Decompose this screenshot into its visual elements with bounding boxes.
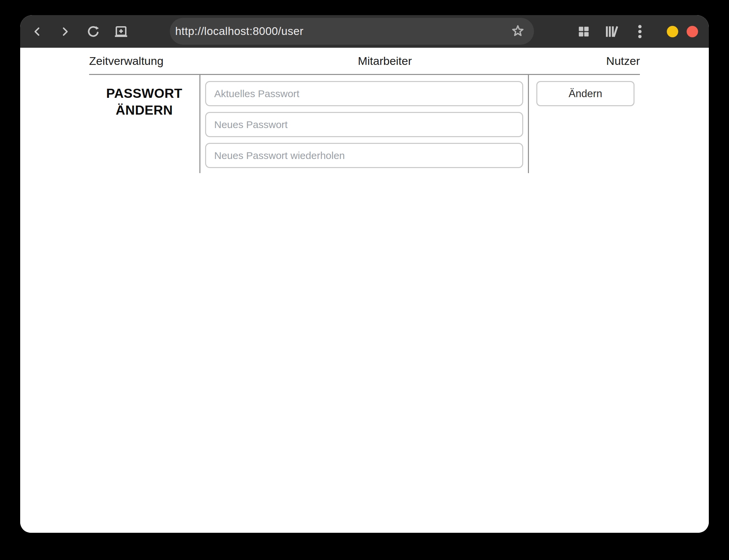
forward-icon <box>59 25 71 38</box>
section-heading-cell: PASSWORT ÄNDERN <box>89 75 199 173</box>
section-title-line2: ÄNDERN <box>89 102 199 119</box>
main-navigation: Zeitverwaltung Mitarbeiter Nutzer <box>89 48 640 75</box>
library-button[interactable] <box>605 26 619 38</box>
nav-item-mitarbeiter[interactable]: Mitarbeiter <box>358 54 412 68</box>
page-content: Zeitverwaltung Mitarbeiter Nutzer PASSWO… <box>20 48 709 533</box>
minimize-button[interactable] <box>667 26 678 37</box>
bookmark-button[interactable] <box>511 24 525 39</box>
url-bar[interactable]: http://localhost:8000/user <box>170 18 534 45</box>
reload-icon <box>86 24 101 39</box>
browser-window: http://localhost:8000/user <box>20 15 709 533</box>
kebab-menu-icon <box>635 25 645 39</box>
current-password-input[interactable] <box>205 81 523 106</box>
forward-button[interactable] <box>59 25 71 38</box>
close-button[interactable] <box>687 26 698 37</box>
back-icon <box>31 25 44 38</box>
new-window-button[interactable] <box>114 25 128 38</box>
section-title: PASSWORT ÄNDERN <box>89 85 199 119</box>
library-icon <box>605 26 619 38</box>
section-title-line1: PASSWORT <box>89 85 199 102</box>
password-change-section: PASSWORT ÄNDERN Ändern <box>89 75 640 173</box>
url-text: http://localhost:8000/user <box>175 25 304 38</box>
bookmark-star-icon <box>511 34 525 39</box>
password-fields-cell <box>199 75 529 173</box>
menu-button[interactable] <box>635 25 645 39</box>
change-password-button[interactable]: Ändern <box>536 81 635 106</box>
submit-cell: Ändern <box>529 75 640 173</box>
reload-button[interactable] <box>86 24 101 39</box>
nav-item-zeitverwaltung[interactable]: Zeitverwaltung <box>89 54 163 68</box>
browser-titlebar: http://localhost:8000/user <box>20 15 709 48</box>
back-button[interactable] <box>31 25 44 38</box>
new-password-input[interactable] <box>205 112 523 137</box>
repeat-password-input[interactable] <box>205 143 523 168</box>
grid-icon <box>578 26 589 37</box>
apps-grid-button[interactable] <box>578 26 589 37</box>
new-window-icon <box>114 25 128 38</box>
nav-item-nutzer[interactable]: Nutzer <box>606 54 640 68</box>
